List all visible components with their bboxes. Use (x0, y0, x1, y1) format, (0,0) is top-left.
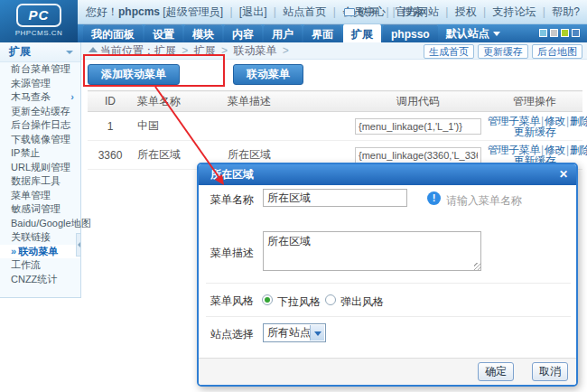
update-cache-button[interactable]: 更新缓存 (478, 44, 528, 59)
forum-link[interactable]: 支持论坛 (493, 5, 536, 18)
tab-settings[interactable]: 设置 (144, 24, 182, 42)
theme-swatch-4[interactable] (572, 29, 580, 37)
cancel-button[interactable]: 取消 (532, 362, 568, 381)
ok-button[interactable]: 确定 (478, 362, 514, 381)
delete-link[interactable]: 删除 (570, 115, 587, 127)
breadcrumb-extension-2[interactable]: 扩展 (194, 44, 216, 57)
user-role: [超级管理员] (163, 5, 223, 18)
linkage-menu-table: ID 菜单名称 菜单描述 调用代码 管理操作 1 中国 管理子菜单|修改|删除|… (88, 90, 582, 170)
sidebar-item-related-links[interactable]: 关联链接 (0, 230, 80, 245)
sidebar-item-front-menu[interactable]: 前台菜单管理 (0, 62, 80, 77)
menu-desc-textarea[interactable]: 所在区域 (263, 231, 481, 271)
site-select[interactable]: 所有站点 (263, 323, 326, 342)
sidebar-collapse-handle[interactable] (76, 233, 81, 257)
col-header-actions: 管理操作 (487, 91, 582, 112)
col-header-name: 菜单名称 (133, 91, 223, 112)
sidebar-item-url-rules[interactable]: URL规则管理 (0, 161, 80, 175)
sidebar-item-cnzz-stats[interactable]: CNZZ统计 (0, 273, 80, 287)
sidebar-item-admin-log[interactable]: 后台操作日志 (0, 118, 80, 133)
top-bar: 您好！phpcms [超级管理员] | [退出] | 站点首页 | 会员中心 |… (0, 0, 587, 24)
sidebar-item-badwords[interactable]: 敏感词管理 (0, 202, 80, 217)
cell-desc (223, 112, 349, 141)
quick-links: 锁屏 | 官方网站 | 授权 | 支持论坛 | 帮助? (344, 0, 580, 23)
tab-extension[interactable]: 扩展 (343, 24, 381, 42)
theme-swatch-1[interactable] (539, 29, 547, 37)
breadcrumb-extension[interactable]: 扩展 (154, 44, 176, 57)
tab-interface[interactable]: 界面 (303, 24, 341, 42)
sidebar-item-label: 后台操作日志 (11, 119, 70, 130)
radio-dropdown-style-label[interactable]: 下拉风格 (277, 294, 321, 310)
lock-screen-link[interactable]: 锁屏 (358, 5, 379, 18)
sidebar-item-trojan-scan[interactable]: 木马查杀 (0, 90, 80, 105)
theme-swatch-2[interactable] (550, 29, 558, 37)
sidebar-item-label: 前台菜单管理 (11, 63, 70, 74)
separator: > (182, 44, 188, 57)
site-home-link[interactable]: 站点首页 (283, 5, 326, 18)
official-site-link[interactable]: 官方网站 (396, 5, 439, 18)
sidebar-item-source-manage[interactable]: 来源管理 (0, 77, 80, 91)
separator: | (566, 115, 569, 127)
sidebar-item-label: 更新全站缓存 (11, 106, 70, 117)
nav-tabs: 我的面板 设置 模块 内容 用户 界面 扩展 phpsso 默认站点 (83, 24, 500, 42)
sidebar-item-label: URL规则管理 (11, 162, 70, 173)
site-switcher[interactable]: 默认站点 (446, 24, 500, 42)
radio-dropdown-style[interactable] (262, 294, 273, 305)
collapse-arrow-icon[interactable] (66, 51, 73, 54)
tab-modules[interactable]: 模块 (184, 24, 222, 42)
toolbar-actions: 生成首页 更新缓存 后台地图 (424, 44, 582, 59)
sidebar-item-workflow[interactable]: 工作流 (0, 258, 80, 273)
site-switcher-label: 默认站点 (446, 27, 489, 40)
sidebar-item-update-site-cache[interactable]: 更新全站缓存 (0, 105, 80, 119)
call-code-input[interactable] (355, 118, 481, 135)
sidebar-item-ip-ban[interactable]: IP禁止 (0, 146, 80, 161)
sidebar-item-label: 联动菜单 (18, 246, 58, 257)
tab-users[interactable]: 用户 (264, 24, 302, 42)
sidebar-item-download-mirror[interactable]: 下载镜像管理 (0, 133, 80, 147)
sidebar-item-db-tools[interactable]: 数据库工具 (0, 174, 80, 189)
sidebar-item-label: 来源管理 (11, 78, 51, 89)
menu-desc-label: 菜单描述 (210, 246, 254, 261)
help-link[interactable]: 帮助? (552, 5, 580, 18)
sidebar-item-menu-manage[interactable]: 菜单管理 (0, 189, 80, 203)
sidebar-item-linkage-menu[interactable]: 联动菜单 (0, 245, 80, 259)
admin-map-button[interactable]: 后台地图 (532, 44, 582, 59)
separator: > (283, 44, 289, 57)
call-code-input[interactable] (355, 147, 481, 163)
tab-dashboard[interactable]: 我的面板 (83, 24, 143, 42)
tab-phpsso[interactable]: phpsso (383, 24, 438, 42)
logout-link[interactable]: [退出] (239, 5, 267, 18)
sidebar-item-label: Baidu/Google地图 (11, 218, 91, 229)
update-cache-link[interactable]: 更新缓存 (514, 126, 555, 138)
generate-home-button[interactable]: 生成首页 (424, 44, 474, 59)
add-linkage-menu-button[interactable]: 添加联动菜单 (88, 64, 180, 85)
tab-content[interactable]: 内容 (224, 24, 262, 42)
dialog-title-bar[interactable]: 所在区域 (199, 164, 576, 185)
menu-name-input[interactable] (263, 189, 407, 207)
add-linkage-menu-dialog: 所在区域 菜单名称 请输入菜单名称 菜单描述 所在区域 菜单风格 下拉风格 弹出… (197, 163, 578, 387)
radio-popup-style[interactable] (325, 294, 336, 305)
col-header-id: ID (88, 91, 133, 112)
close-icon[interactable] (556, 167, 571, 182)
cell-name: 中国 (133, 112, 223, 141)
cell-id: 1 (88, 112, 133, 141)
menu-style-label: 菜单风格 (210, 294, 254, 309)
radio-popup-style-label[interactable]: 弹出风格 (340, 294, 384, 310)
chevron-down-icon (493, 32, 500, 36)
sidebar-item-label: 下载镜像管理 (11, 134, 70, 145)
table-header-row: ID 菜单名称 菜单描述 调用代码 管理操作 (88, 91, 582, 112)
breadcrumb-linkage-menu[interactable]: 联动菜单 (233, 44, 276, 57)
breadcrumb: 当前位置：扩展 > 扩展 > 联动菜单 > (89, 42, 292, 59)
resize-handle-icon[interactable] (474, 263, 481, 270)
home-icon (89, 47, 98, 52)
sidebar-item-label: IP禁止 (11, 147, 40, 158)
logo-badge: PC (16, 4, 61, 27)
username: phpcms (118, 5, 160, 18)
sidebar-item-label: 菜单管理 (11, 190, 51, 201)
theme-swatch-3[interactable] (561, 29, 569, 37)
menu-name-label: 菜单名称 (210, 192, 254, 208)
delete-link[interactable]: 删除 (570, 144, 587, 156)
linkage-menu-button[interactable]: 联动菜单 (233, 64, 303, 85)
sidebar-item-map[interactable]: Baidu/Google地图 (0, 217, 80, 231)
phpcms-logo[interactable]: PC PHPCMS.CN (0, 0, 78, 42)
license-link[interactable]: 授权 (455, 5, 477, 18)
